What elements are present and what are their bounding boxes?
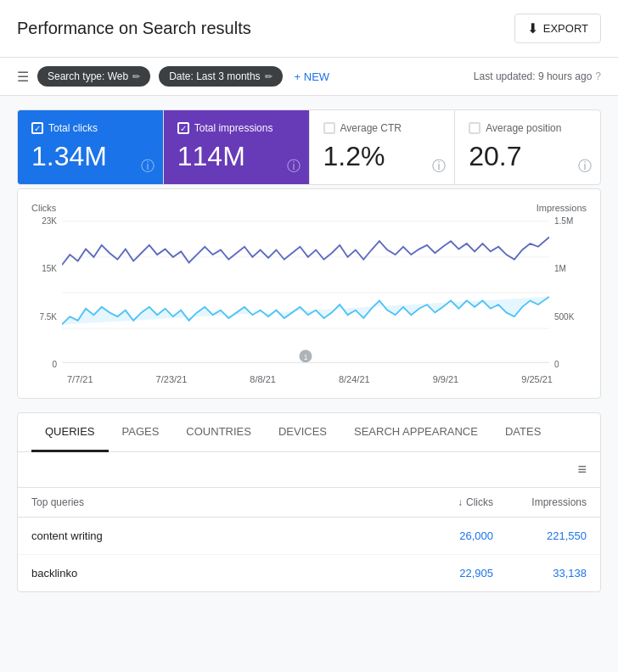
col-header-clicks: ↓ Clicks (408, 496, 493, 508)
col-header-impressions: Impressions (493, 496, 587, 508)
date-label: Date: Last 3 months (169, 70, 260, 82)
filter-bar: ☰ Search type: Web ✏ Date: Last 3 months… (0, 58, 618, 96)
x-label-2: 7/23/21 (156, 374, 188, 384)
metric-impressions-label: Total impressions (177, 122, 295, 134)
edit-icon-date: ✏ (265, 71, 272, 82)
cell-query-1: content writing (31, 529, 408, 542)
table-actions: ≡ (18, 452, 600, 488)
metrics-row: Total clicks 1.34M ⓘ Total impressions 1… (17, 109, 601, 185)
search-type-chip[interactable]: Search type: Web ✏ (37, 66, 150, 87)
chart-svg: 1 (62, 216, 549, 369)
last-updated: Last updated: 9 hours ago ? (474, 70, 601, 82)
x-axis-labels: 7/7/21 7/23/21 8/8/21 8/24/21 9/9/21 9/2… (31, 369, 587, 384)
tab-queries[interactable]: QUERIES (31, 413, 109, 452)
ctr-value: 1.2% (323, 141, 441, 172)
tabs: QUERIES PAGES COUNTRIES DEVICES SEARCH A… (18, 413, 600, 452)
export-button[interactable]: ⬇ EXPORT (514, 14, 601, 43)
x-label-4: 8/24/21 (339, 374, 370, 384)
metric-average-position: Average position 20.7 ⓘ (455, 110, 600, 184)
position-checkbox[interactable] (469, 122, 480, 134)
y-axis-right: 1.5M 1M 500K 0 (549, 216, 587, 369)
tab-countries[interactable]: COUNTRIES (172, 413, 265, 452)
help-icon-ctr[interactable]: ⓘ (432, 158, 446, 176)
metric-total-impressions: Total impressions 114M ⓘ (164, 110, 310, 184)
x-label-5: 9/9/21 (433, 374, 459, 384)
search-type-label: Search type: Web (48, 70, 128, 82)
page-title: Performance on Search results (17, 19, 251, 38)
position-value: 20.7 (469, 141, 587, 172)
ctr-checkbox[interactable] (323, 122, 335, 134)
impressions-value: 114M (177, 141, 295, 172)
clicks-value: 1.34M (31, 141, 149, 172)
edit-icon: ✏ (132, 71, 140, 82)
table-row: content writing 26,000 221,550 (18, 518, 600, 555)
table-row: backlinko 22,905 33,138 (18, 555, 600, 591)
export-icon: ⬇ (527, 20, 538, 36)
table-header: Top queries ↓ Clicks Impressions (18, 488, 600, 518)
filter-rows-icon[interactable]: ≡ (577, 461, 587, 479)
clicks-checkbox[interactable] (31, 122, 43, 134)
ctr-label-text: Average CTR (340, 122, 402, 134)
tabs-container: QUERIES PAGES COUNTRIES DEVICES SEARCH A… (17, 412, 601, 592)
impressions-checkbox[interactable] (177, 122, 189, 134)
chart-container: Clicks Impressions 23K 15K 7.5K 0 (17, 188, 601, 399)
cell-clicks-1: 26,000 (408, 529, 493, 542)
hamburger-icon[interactable]: ☰ (17, 69, 29, 85)
tab-dates[interactable]: DATES (492, 413, 554, 452)
chart-left-label: Clicks (31, 203, 56, 213)
last-updated-text: Last updated: 9 hours ago (474, 70, 592, 82)
date-chip[interactable]: Date: Last 3 months ✏ (159, 66, 282, 87)
metric-average-ctr: Average CTR 1.2% ⓘ (310, 110, 456, 184)
impressions-label-text: Total impressions (194, 122, 273, 134)
sort-arrow-icon: ↓ (458, 496, 463, 508)
chart-right-label: Impressions (537, 203, 587, 213)
help-icon-position[interactable]: ⓘ (578, 158, 592, 176)
new-button[interactable]: + NEW (295, 70, 330, 83)
svg-text:1: 1 (304, 353, 308, 361)
export-label: EXPORT (543, 22, 588, 35)
tab-search-appearance[interactable]: SEARCH APPEARANCE (340, 413, 492, 452)
x-label-3: 8/8/21 (250, 374, 276, 384)
col-header-query: Top queries (31, 496, 408, 508)
main-content: Total clicks 1.34M ⓘ Total impressions 1… (0, 96, 618, 606)
position-label-text: Average position (486, 122, 561, 134)
page-header: Performance on Search results ⬇ EXPORT (0, 0, 618, 58)
metric-total-clicks: Total clicks 1.34M ⓘ (18, 110, 164, 184)
x-label-1: 7/7/21 (67, 374, 93, 384)
x-label-6: 9/25/21 (521, 374, 553, 384)
cell-impressions-1: 221,550 (493, 529, 587, 542)
metric-clicks-label: Total clicks (31, 122, 149, 134)
tab-pages[interactable]: PAGES (109, 413, 173, 452)
cell-query-2: backlinko (31, 567, 408, 580)
y-axis-left: 23K 15K 7.5K 0 (31, 216, 62, 369)
help-icon-clicks[interactable]: ⓘ (141, 158, 154, 176)
metric-ctr-label: Average CTR (323, 122, 441, 134)
cell-impressions-2: 33,138 (493, 567, 587, 580)
clicks-label-text: Total clicks (48, 122, 98, 134)
tab-devices[interactable]: DEVICES (265, 413, 340, 452)
new-label: + NEW (295, 70, 330, 83)
cell-clicks-2: 22,905 (408, 567, 493, 580)
metric-position-label: Average position (469, 122, 587, 134)
chart-header: Clicks Impressions (31, 203, 587, 213)
help-icon[interactable]: ? (595, 70, 601, 82)
help-icon-impressions[interactable]: ⓘ (287, 158, 301, 176)
chart-area: 23K 15K 7.5K 0 1 (31, 216, 587, 369)
